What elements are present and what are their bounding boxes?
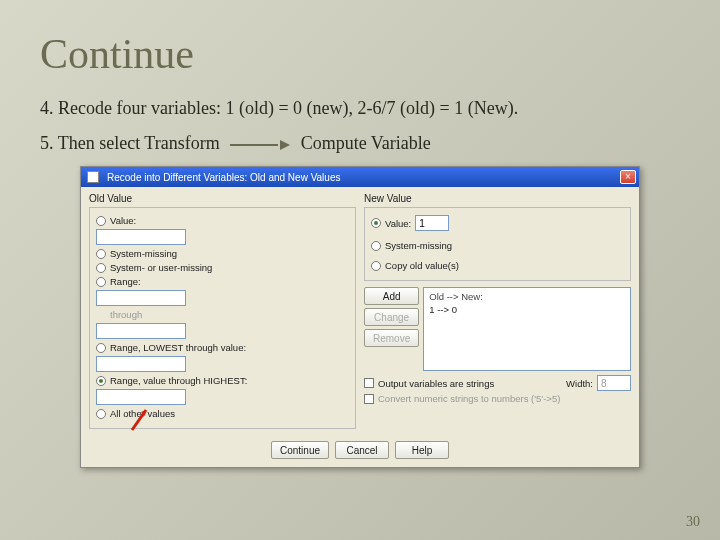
radio-sys-missing[interactable]	[96, 249, 106, 259]
app-icon	[87, 171, 99, 183]
label-through: through	[110, 309, 142, 320]
input-range-from[interactable]	[96, 290, 186, 306]
new-value-heading: New Value	[364, 193, 631, 204]
new-value-panel: New Value Value: System-missing Copy old…	[364, 193, 631, 429]
slide-title: Continue	[40, 30, 680, 78]
input-old-value[interactable]	[96, 229, 186, 245]
mapping-heading: Old --> New:	[429, 291, 625, 302]
label-sys-user-missing: System- or user-missing	[110, 262, 212, 273]
input-range-lowest[interactable]	[96, 356, 186, 372]
radio-old-value[interactable]	[96, 216, 106, 226]
label-new-value: Value:	[385, 218, 411, 229]
input-width[interactable]	[597, 375, 631, 391]
label-width: Width:	[566, 378, 593, 389]
radio-all-other[interactable]	[96, 409, 106, 419]
checkbox-convert-numeric[interactable]	[364, 394, 374, 404]
label-range-lowest: Range, LOWEST through value:	[110, 342, 246, 353]
slide-text-line2-right: Compute Variable	[301, 133, 431, 153]
dialog-titlebar[interactable]: Recode into Different Variables: Old and…	[81, 167, 639, 187]
recode-dialog: Recode into Different Variables: Old and…	[80, 166, 640, 468]
remove-button[interactable]: Remove	[364, 329, 419, 347]
old-value-heading: Old Value	[89, 193, 356, 204]
label-new-sys-missing: System-missing	[385, 240, 452, 251]
help-button[interactable]: Help	[395, 441, 449, 459]
radio-range-highest[interactable]	[96, 376, 106, 386]
page-number: 30	[686, 514, 700, 530]
dialog-title: Recode into Different Variables: Old and…	[107, 172, 340, 183]
close-button[interactable]: ×	[620, 170, 636, 184]
label-range-highest: Range, value through HIGHEST:	[110, 375, 247, 386]
label-range: Range:	[110, 276, 141, 287]
cancel-button[interactable]: Cancel	[335, 441, 389, 459]
arrow-right-icon	[230, 140, 290, 150]
checkbox-output-strings[interactable]	[364, 378, 374, 388]
continue-button[interactable]: Continue	[271, 441, 329, 459]
radio-new-value[interactable]	[371, 218, 381, 228]
old-value-panel: Old Value Value: System-missing System- …	[89, 193, 356, 429]
radio-sys-user-missing[interactable]	[96, 263, 106, 273]
add-button[interactable]: Add	[364, 287, 419, 305]
label-sys-missing: System-missing	[110, 248, 177, 259]
slide-text-line2: 5. Then select Transform Compute Variabl…	[40, 131, 680, 156]
slide-text-line2-left: 5. Then select Transform	[40, 133, 220, 153]
change-button[interactable]: Change	[364, 308, 419, 326]
label-copy-old: Copy old value(s)	[385, 260, 459, 271]
radio-new-sys-missing[interactable]	[371, 241, 381, 251]
label-old-value: Value:	[110, 215, 136, 226]
radio-range[interactable]	[96, 277, 106, 287]
mapping-entry[interactable]: 1 --> 0	[429, 304, 625, 315]
radio-copy-old[interactable]	[371, 261, 381, 271]
label-output-strings: Output variables are strings	[378, 378, 494, 389]
input-new-value[interactable]	[415, 215, 449, 231]
slide-text-line1: 4. Recode four variables: 1 (old) = 0 (n…	[40, 96, 680, 121]
mapping-list[interactable]: Old --> New: 1 --> 0	[423, 287, 631, 371]
input-range-highest[interactable]	[96, 389, 186, 405]
label-convert-numeric: Convert numeric strings to numbers ('5'-…	[378, 393, 560, 404]
label-all-other: All other values	[110, 408, 175, 419]
radio-range-lowest[interactable]	[96, 343, 106, 353]
input-range-to[interactable]	[96, 323, 186, 339]
